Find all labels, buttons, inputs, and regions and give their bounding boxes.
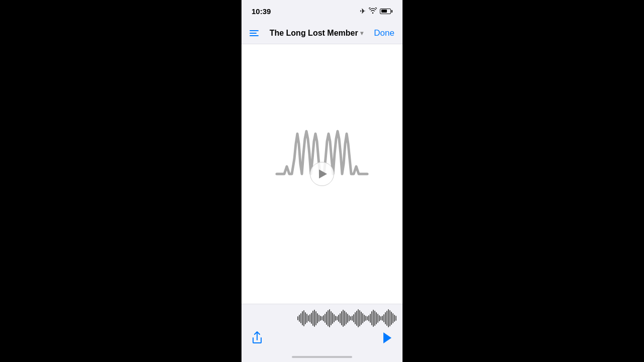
wifi-icon [369,7,377,16]
strip-bar [344,311,345,326]
strip-bar [329,309,330,327]
strip-bar [346,312,347,324]
strip-bar [380,316,381,320]
strip-bars [297,309,396,327]
play-button[interactable] [310,162,334,186]
strip-bar [373,310,374,327]
done-button[interactable]: Done [374,28,394,38]
strip-bar [325,314,326,323]
strip-bar [368,315,369,321]
strip-bar [361,312,362,325]
airplane-icon: ✈ [360,7,366,15]
strip-bar [309,314,310,322]
strip-bar [350,316,351,320]
share-button[interactable] [252,331,263,346]
status-icons: ✈ [360,7,392,16]
strip-bar [347,314,348,323]
status-bar: 10:39 ✈ [242,0,403,22]
strip-bar [326,312,327,325]
strip-bar [340,313,341,323]
strip-bar [358,309,359,327]
strip-bar [349,315,350,321]
strip-bar [385,312,386,324]
strip-bar [308,315,309,321]
nav-title: The Long Lost Member ▾ [270,29,363,38]
strip-bar [297,316,298,320]
strip-bar [356,311,357,326]
strip-bar [367,316,368,320]
waveform-container [272,129,372,219]
play-triangle-icon [319,169,327,178]
nav-bar: The Long Lost Member ▾ Done [242,22,403,44]
strip-bar [300,313,301,323]
strip-bar [382,316,383,321]
strip-bar [370,314,371,323]
strip-bar [337,316,338,320]
main-content [242,44,403,304]
home-bar [292,356,352,358]
play-button-bottom[interactable] [381,331,392,346]
battery-icon [380,9,392,14]
strip-bar [317,313,318,323]
phone-frame: 10:39 ✈ [242,0,403,362]
strip-bar [365,316,366,321]
strip-bar [318,315,319,322]
chevron-down-icon: ▾ [360,30,363,37]
bottom-controls [242,330,403,352]
strip-bar [371,311,372,325]
strip-bar [352,316,353,321]
strip-bar [328,310,329,326]
strip-bar [305,312,306,324]
strip-bar [311,313,312,324]
strip-bar [377,314,378,323]
strip-bar [314,310,315,327]
strip-bar [376,312,377,324]
status-time: 10:39 [252,7,271,16]
strip-bar [341,311,342,325]
strip-bar [343,310,344,327]
strip-bar [392,313,393,323]
strip-bar [315,311,316,325]
strip-bar [364,315,365,322]
strip-bar [302,311,303,325]
home-indicator [242,352,403,362]
strip-bar [395,316,396,321]
strip-bar [374,311,375,326]
strip-bar [334,314,335,322]
list-icon[interactable] [250,30,259,36]
strip-bar [359,310,360,326]
strip-bar [362,313,363,323]
strip-bar [303,310,304,326]
strip-bar [323,315,324,321]
strip-bar [306,314,307,323]
strip-bar [320,316,321,321]
strip-bar [312,311,313,326]
strip-bar [379,315,380,321]
strip-bar [386,311,387,326]
strip-bar [353,314,354,322]
waveform-strip [242,304,403,330]
strip-bar [391,312,392,325]
strip-bar [331,311,332,325]
strip-bar [299,315,300,322]
strip-bar [383,314,384,322]
bottom-strip [242,304,403,352]
strip-bar [394,315,395,322]
strip-bar [355,312,356,324]
strip-bar [338,315,339,322]
nav-title-text: The Long Lost Member [270,29,358,38]
strip-bar [388,309,389,327]
strip-bar [321,316,323,320]
strip-bar [389,310,390,326]
strip-bar [332,313,333,324]
strip-bar [335,316,336,321]
